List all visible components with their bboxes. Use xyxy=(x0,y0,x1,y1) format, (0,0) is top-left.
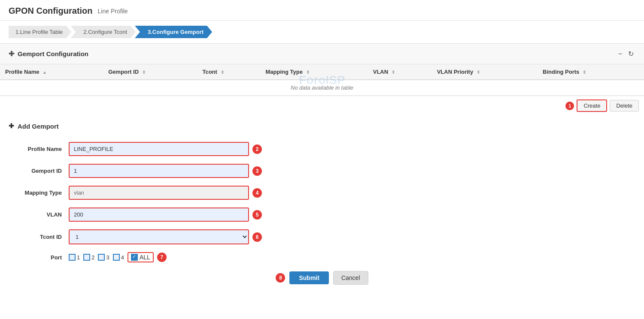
port-item-1: 1 xyxy=(69,254,80,261)
port-all-label: ALL xyxy=(140,254,150,261)
gemport-section-header: ✚ Gemport Configuration − ↻ xyxy=(0,43,644,64)
add-gemport-icon: ✚ xyxy=(9,122,14,130)
no-data-cell: No data available in table xyxy=(0,80,644,96)
create-button-wrapper: 1 Create xyxy=(565,99,607,112)
mapping-type-label: Mapping Type xyxy=(9,190,69,196)
table-header: Profile Name ▲ Gemport ID ⇕ Tcont ⇕ Mapp… xyxy=(0,64,644,80)
table-actions: 1 Create Delete xyxy=(0,96,644,115)
sort-icon-vlan: ⇕ xyxy=(392,70,395,75)
port-item-3: 3 xyxy=(98,254,109,261)
port-label: Port xyxy=(9,254,69,261)
wizard-step-2[interactable]: 2.Configure Tcont xyxy=(70,26,136,38)
port-checkbox-all[interactable] xyxy=(131,254,138,261)
form-row-tcont-id: Tcont ID 1 2 3 4 6 xyxy=(9,229,635,244)
port-label-1: 1 xyxy=(77,254,80,261)
port-label-2: 2 xyxy=(91,254,94,261)
gemport-id-wrapper: 3 xyxy=(69,164,262,178)
port-label-4: 4 xyxy=(121,254,124,261)
tcont-id-label: Tcont ID xyxy=(9,234,69,240)
form-row-vlan: VLAN 5 xyxy=(9,208,635,222)
page-header: GPON Configuration Line Profile xyxy=(0,0,644,21)
step-label-2: 2.Configure Tcont xyxy=(70,26,136,38)
port-wrapper: 1 2 3 4 ALL 7 xyxy=(69,252,262,262)
port-label-3: 3 xyxy=(106,254,109,261)
col-gemport-id[interactable]: Gemport ID ⇕ xyxy=(103,64,197,80)
minimize-button[interactable]: − xyxy=(617,49,624,59)
port-checkbox-3[interactable] xyxy=(98,254,105,261)
gemport-section-title: ✚ Gemport Configuration xyxy=(9,50,88,58)
refresh-button[interactable]: ↻ xyxy=(626,49,635,59)
wizard-step-1[interactable]: 1.Line Profile Table xyxy=(9,26,71,38)
gemport-id-input[interactable] xyxy=(69,164,249,178)
tcont-id-wrapper: 1 2 3 4 6 xyxy=(69,229,262,244)
profile-name-input[interactable] xyxy=(69,142,249,156)
submit-button[interactable]: Submit xyxy=(289,271,328,284)
profile-name-label: Profile Name xyxy=(9,146,69,152)
col-vlan[interactable]: VLAN ⇕ xyxy=(368,64,432,80)
form-row-port: Port 1 2 3 4 xyxy=(9,252,635,262)
table-body: No data available in table xyxy=(0,80,644,96)
mapping-type-input xyxy=(69,186,249,200)
create-badge: 1 xyxy=(565,102,574,110)
port-item-4: 4 xyxy=(113,254,124,261)
gemport-section-label: Gemport Configuration xyxy=(18,50,88,57)
col-profile-name[interactable]: Profile Name ▲ xyxy=(0,64,103,80)
col-tcont[interactable]: Tcont ⇕ xyxy=(197,64,260,80)
step-label-3: 3.Configure Gemport xyxy=(135,26,212,38)
sort-icon-gemport: ⇕ xyxy=(142,70,146,75)
form-row-profile-name: Profile Name 2 xyxy=(9,142,635,156)
sort-icon-profile: ▲ xyxy=(43,70,47,75)
tcont-id-select[interactable]: 1 2 3 4 xyxy=(69,229,249,244)
port-all-wrapper: ALL xyxy=(128,252,154,262)
add-gemport-title: ✚ Add Gemport xyxy=(9,122,635,130)
port-checkbox-1[interactable] xyxy=(69,254,76,261)
col-binding-ports[interactable]: Binding Ports ⇕ xyxy=(538,64,644,80)
wizard-steps: 1.Line Profile Table 2.Configure Tcont 3… xyxy=(0,21,644,43)
vlan-input[interactable] xyxy=(69,208,249,222)
form-row-mapping-type: Mapping Type 4 xyxy=(9,186,635,200)
port-badge: 7 xyxy=(157,253,167,262)
profile-name-wrapper: 2 xyxy=(69,142,262,156)
vlan-label: VLAN xyxy=(9,211,69,218)
gemport-table: Profile Name ▲ Gemport ID ⇕ Tcont ⇕ Mapp… xyxy=(0,64,644,96)
delete-button[interactable]: Delete xyxy=(610,100,639,111)
table-wrapper: Profile Name ▲ Gemport ID ⇕ Tcont ⇕ Mapp… xyxy=(0,64,644,96)
port-item-2: 2 xyxy=(83,254,94,261)
sort-icon-mapping: ⇕ xyxy=(306,70,310,75)
add-gemport-form: Profile Name 2 Gemport ID 3 Mapping Type… xyxy=(0,142,644,262)
profile-name-badge: 2 xyxy=(252,144,262,154)
submit-badge: 8 xyxy=(276,273,285,283)
pin-icon: ✚ xyxy=(9,50,14,58)
mapping-type-wrapper: 4 xyxy=(69,186,262,200)
sort-icon-vlan-priority: ⇕ xyxy=(477,70,480,75)
cancel-button[interactable]: Cancel xyxy=(333,271,368,285)
mapping-type-badge: 4 xyxy=(252,188,262,198)
col-vlan-priority[interactable]: VLAN Priority ⇕ xyxy=(432,64,538,80)
port-checkbox-2[interactable] xyxy=(83,254,90,261)
page-subtitle: Line Profile xyxy=(98,8,128,15)
port-group: 1 2 3 4 ALL 7 xyxy=(69,252,167,262)
sort-icon-binding: ⇕ xyxy=(583,70,586,75)
port-checkbox-4[interactable] xyxy=(113,254,120,261)
vlan-wrapper: 5 xyxy=(69,208,262,222)
form-submit-row: 8 Submit Cancel xyxy=(0,271,644,285)
form-row-gemport-id: Gemport ID 3 xyxy=(9,164,635,178)
page-title: GPON Configuration xyxy=(9,6,93,16)
add-gemport-section: ✚ Add Gemport xyxy=(0,115,644,142)
tcont-id-badge: 6 xyxy=(252,232,262,242)
gemport-table-container: Profile Name ▲ Gemport ID ⇕ Tcont ⇕ Mapp… xyxy=(0,64,644,96)
wizard-step-3[interactable]: 3.Configure Gemport xyxy=(135,26,212,38)
add-gemport-label: Add Gemport xyxy=(18,123,59,130)
step-label-1: 1.Line Profile Table xyxy=(9,26,71,38)
gemport-id-badge: 3 xyxy=(252,166,262,176)
sort-icon-tcont: ⇕ xyxy=(221,70,224,75)
table-no-data-row: No data available in table xyxy=(0,80,644,96)
gemport-id-label: Gemport ID xyxy=(9,168,69,174)
col-mapping-type[interactable]: Mapping Type ⇕ xyxy=(260,64,368,80)
section-actions: − ↻ xyxy=(617,49,635,59)
vlan-badge: 5 xyxy=(252,210,262,220)
create-button[interactable]: Create xyxy=(577,99,607,112)
